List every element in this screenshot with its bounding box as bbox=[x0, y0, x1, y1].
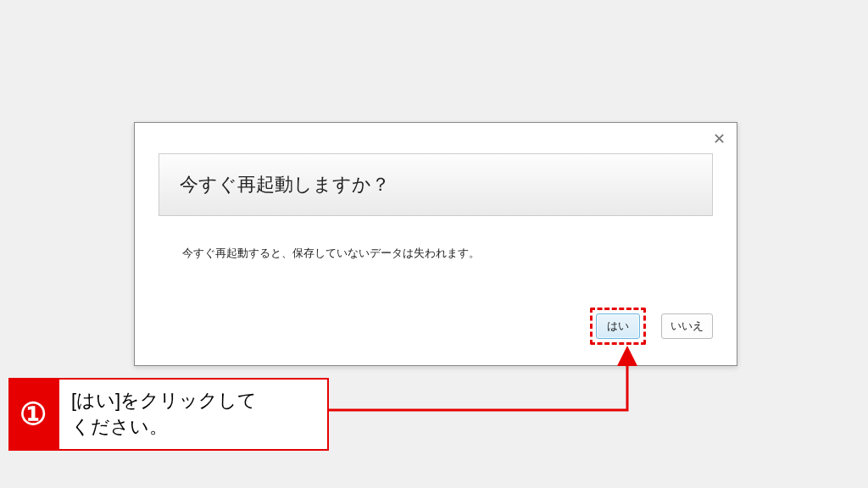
dialog-button-row: はい いいえ bbox=[590, 308, 713, 345]
dialog-title-panel: 今すぐ再起動しますか？ bbox=[159, 153, 713, 216]
no-button[interactable]: いいえ bbox=[661, 313, 713, 339]
callout-text: [はい]をクリックして ください。 bbox=[58, 378, 329, 451]
instruction-callout: ① [はい]をクリックして ください。 bbox=[8, 378, 329, 451]
callout-line1: [はい]をクリックして bbox=[71, 388, 315, 414]
dialog-title: 今すぐ再起動しますか？ bbox=[180, 172, 390, 197]
callout-number: ① bbox=[8, 378, 58, 451]
close-icon[interactable]: ✕ bbox=[709, 130, 728, 148]
callout-line2: ください。 bbox=[71, 414, 315, 441]
dialog-body-text: 今すぐ再起動すると、保存していないデータは失われます。 bbox=[182, 246, 480, 261]
yes-button-highlight: はい bbox=[590, 308, 646, 345]
yes-button[interactable]: はい bbox=[596, 313, 640, 339]
restart-dialog: ✕ 今すぐ再起動しますか？ 今すぐ再起動すると、保存していないデータは失われます… bbox=[134, 122, 737, 366]
